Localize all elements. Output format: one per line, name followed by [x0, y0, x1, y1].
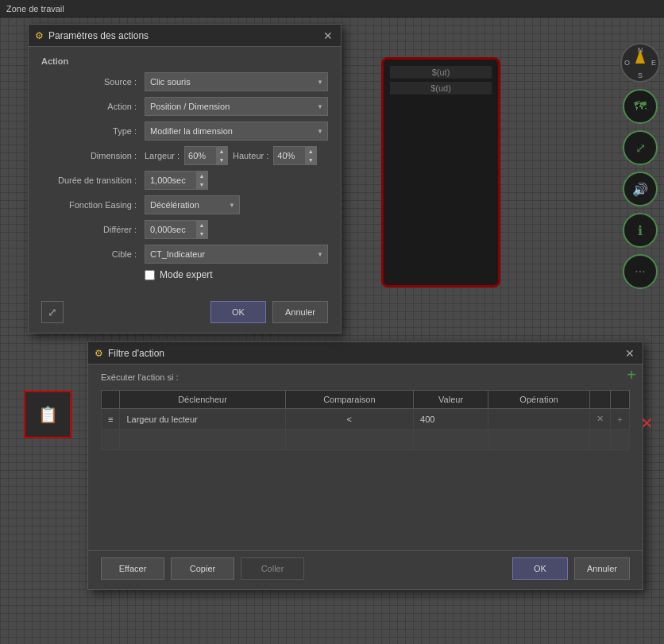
duree-spin-up[interactable]: ▲	[196, 172, 207, 180]
device-var1: $(ut)	[390, 66, 492, 79]
dialog-filter: ⚙ Filtre d'action ✕ Exécuter l'action si…	[87, 341, 643, 590]
copier-button[interactable]: Copier	[171, 557, 234, 580]
row-add-1[interactable]: +	[611, 409, 630, 430]
differer-row: Différer : ▲ ▼	[41, 220, 328, 239]
compass-e: E	[651, 59, 656, 67]
dialog-params-footer: ⤢ OK Annuler	[29, 295, 341, 333]
filter-table-row-1: ≡ Largeur du lecteur < 400 ✕ +	[102, 409, 630, 430]
action-select[interactable]: Position / Dimension	[145, 97, 328, 116]
differer-spin-wrapper: ▲ ▼	[145, 220, 208, 239]
largeur-spin-down[interactable]: ▼	[216, 156, 227, 164]
cell-comparaison-1[interactable]: <	[285, 409, 413, 430]
effacer-button[interactable]: Effacer	[101, 557, 164, 580]
hauteur-spin-up[interactable]: ▲	[305, 147, 316, 156]
map-icon-button[interactable]: 🗺	[623, 89, 658, 124]
th-delete	[590, 391, 611, 409]
filter-close-button[interactable]: ✕	[623, 347, 636, 360]
easing-label: Fonction Easing :	[41, 200, 145, 210]
th-add	[611, 391, 630, 409]
action-row: Action : Position / Dimension	[41, 97, 328, 116]
th-operation: Opération	[488, 391, 590, 409]
easing-row: Fonction Easing : Décélération	[41, 195, 328, 214]
filter-table-area: + Déclencheur Comparaison Valeur Opérati…	[101, 390, 630, 536]
params-title-icon: ⚙	[35, 30, 44, 41]
cible-label: Cible :	[41, 249, 145, 259]
row-delete-1[interactable]: ✕	[590, 409, 611, 430]
sound-icon-button[interactable]: 🔊	[623, 172, 658, 206]
params-cancel-button[interactable]: Annuler	[272, 301, 328, 323]
info-icon-button[interactable]: ℹ	[623, 213, 658, 248]
cell-operation-1[interactable]	[488, 409, 590, 430]
coller-button: Coller	[241, 557, 304, 580]
th-valeur: Valeur	[414, 391, 488, 409]
type-label: Type :	[41, 126, 145, 136]
duree-spin-down[interactable]: ▼	[196, 180, 207, 189]
more-icon-button[interactable]: ···	[623, 254, 658, 289]
add-filter-button[interactable]: +	[627, 366, 636, 384]
duree-label: Durée de transition :	[41, 175, 145, 185]
largeur-spin-btns: ▲ ▼	[216, 147, 227, 164]
cell-delete-2	[590, 430, 611, 450]
compass-n: N	[638, 46, 643, 54]
device-var2: $(ud)	[390, 82, 492, 94]
params-close-button[interactable]: ✕	[322, 29, 334, 42]
filter-ok-button[interactable]: OK	[512, 557, 568, 580]
dialog-params-body: Action Source : Clic souris Action : Pos…	[29, 47, 341, 295]
th-declencheur: Déclencheur	[120, 391, 285, 409]
params-section-label: Action	[41, 56, 328, 66]
cible-select-wrapper: CT_Indicateur	[145, 245, 328, 264]
source-select[interactable]: Clic souris	[145, 72, 328, 91]
cible-row: Cible : CT_Indicateur	[41, 245, 328, 264]
type-row: Type : Modifier la dimension	[41, 121, 328, 141]
action-select-wrapper: Position / Dimension	[145, 97, 328, 116]
largeur-spin-wrapper: ▲ ▼	[184, 146, 228, 165]
right-sidebar: N S E O 🗺 ⤢ 🔊 ℹ ···	[616, 35, 664, 392]
hauteur-spin-down[interactable]: ▼	[305, 156, 316, 164]
source-row: Source : Clic souris	[41, 72, 328, 91]
share-icon-button[interactable]: ⤢	[623, 130, 658, 165]
differer-spin-down[interactable]: ▼	[196, 229, 207, 238]
title-bar: Zone de travail	[0, 0, 664, 17]
easing-select[interactable]: Décélération	[145, 195, 240, 214]
source-select-wrapper: Clic souris	[145, 72, 328, 91]
filter-footer: Effacer Copier Coller OK Annuler	[88, 550, 643, 589]
dimension-label: Dimension :	[41, 151, 145, 160]
row-handle-1[interactable]: ≡	[102, 409, 120, 430]
largeur-spin-up[interactable]: ▲	[216, 147, 227, 156]
filter-cancel-button[interactable]: Annuler	[574, 557, 630, 580]
params-ok-button[interactable]: OK	[210, 301, 266, 323]
differer-spin-btns: ▲ ▼	[196, 221, 207, 238]
cell-valeur-1[interactable]: 400	[414, 409, 488, 430]
duree-spin-btns: ▲ ▼	[196, 172, 207, 189]
mode-expert-label: Mode expert	[160, 269, 213, 280]
cell-declencheur-1[interactable]: Largeur du lecteur	[120, 409, 285, 430]
params-title-text: Paramètres des actions	[48, 30, 322, 41]
mode-expert-row: Mode expert	[145, 269, 328, 280]
cell-valeur-2	[414, 430, 488, 450]
mode-expert-checkbox[interactable]	[145, 270, 155, 280]
th-comparaison: Comparaison	[285, 391, 413, 409]
filter-table-header-row: Déclencheur Comparaison Valeur Opération	[102, 391, 630, 409]
cell-comparaison-2	[285, 430, 413, 450]
cible-select[interactable]: CT_Indicateur	[145, 245, 328, 264]
compass-o: O	[624, 59, 630, 67]
th-handle	[102, 391, 120, 409]
type-select[interactable]: Modifier la dimension	[145, 121, 328, 141]
type-select-wrapper: Modifier la dimension	[145, 121, 328, 141]
duree-row: Durée de transition : ▲ ▼	[41, 171, 328, 190]
share-button[interactable]: ⤢	[41, 301, 64, 323]
cell-operation-2	[488, 430, 590, 450]
easing-select-wrapper: Décélération	[145, 195, 240, 214]
filter-delete-row-button[interactable]: ✕	[640, 414, 654, 433]
row-handle-2	[102, 430, 120, 450]
cell-add-2	[611, 430, 630, 450]
action-label: Action :	[41, 102, 145, 111]
left-thumbnail: 📋	[24, 391, 71, 438]
duree-spin-wrapper: ▲ ▼	[145, 171, 208, 190]
dialog-params: ⚙ Paramètres des actions ✕ Action Source…	[28, 24, 342, 334]
source-label: Source :	[41, 77, 145, 87]
cell-declencheur-2	[120, 430, 285, 450]
differer-spin-up[interactable]: ▲	[196, 221, 207, 229]
title-label: Zone de travail	[6, 4, 64, 13]
footer-right-buttons: OK Annuler	[210, 301, 328, 323]
